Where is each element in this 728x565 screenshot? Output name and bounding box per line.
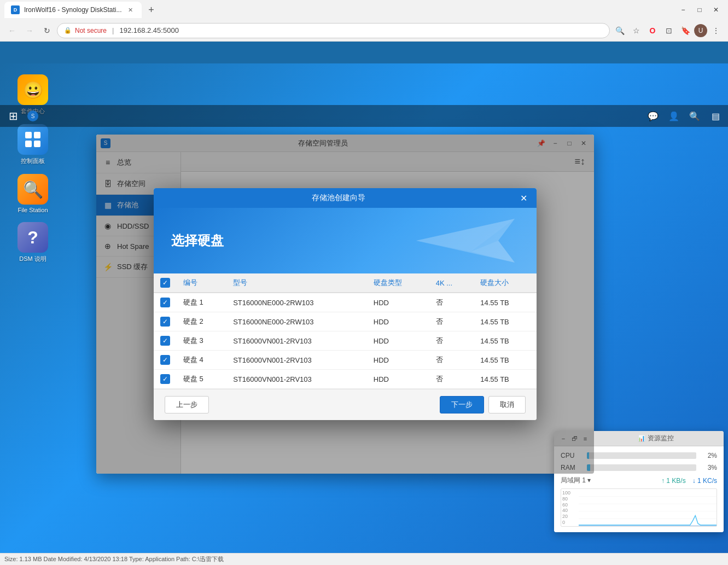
svg-rect-3	[34, 132, 40, 138]
ram-value: 3%	[701, 464, 717, 471]
disk-checkbox-3[interactable]: ✓	[160, 355, 170, 365]
dsm-taskbar: ⊞ S 💬 👤 🔍 ▤	[0, 105, 728, 127]
reload-button[interactable]: ↻	[39, 23, 55, 38]
disk-row-disk3: ✓ 硬盘 3 ST16000VN001-2RV103 HDD 否 14.55 T…	[154, 331, 537, 351]
upload-speed: ↑ 1 KB/s	[661, 477, 686, 485]
tab-search-icon[interactable]: ⊡	[661, 23, 677, 38]
disk-model-4: ST16000VN001-2RV103	[226, 370, 367, 389]
disk-size-4: 14.55 TB	[474, 370, 537, 389]
disk-type-4: HDD	[367, 370, 429, 389]
minimize-button[interactable]: −	[675, 2, 691, 18]
next-button[interactable]: 下一步	[440, 396, 484, 413]
tab-label: IronWolf16 - Synology DiskStati...	[24, 6, 122, 14]
col-header-number: 编号	[177, 273, 226, 293]
dsm-help-icon: ?	[18, 222, 48, 253]
disk-checkbox-cell-4: ✓	[154, 370, 177, 389]
back-button[interactable]: 上一步	[165, 396, 209, 413]
taskbar-app-grid[interactable]: ⊞	[4, 107, 22, 125]
network-row: 局域网 1 ▾ ↑ 1 KB/s ↓ 1 KC/s	[561, 476, 717, 485]
taskbar-app-blue[interactable]: S	[24, 107, 42, 125]
disk-checkbox-4[interactable]: ✓	[160, 374, 170, 384]
maximize-button[interactable]: □	[692, 2, 707, 18]
network-speeds: ↑ 1 KB/s ↓ 1 KC/s	[661, 477, 717, 485]
taskbar-right: 💬 👤 🔍 ▤	[645, 108, 724, 124]
disk-type-2: HDD	[367, 331, 429, 351]
opera-icon[interactable]: O	[645, 23, 660, 38]
security-icon: 🔒	[64, 27, 72, 34]
disk-4k-3: 否	[429, 351, 474, 370]
disk-type-3: HDD	[367, 351, 429, 370]
browser-toolbar: ← → ↻ 🔒 Not secure | 192.168.2.45:5000 🔍…	[0, 20, 728, 42]
dialog-footer: 上一步 下一步 取消	[154, 389, 537, 420]
disk-size-1: 14.55 TB	[474, 312, 537, 331]
address-bar[interactable]: 🔒 Not secure | 192.168.2.45:5000	[57, 23, 610, 38]
disk-row-disk2: ✓ 硬盘 2 ST16000NE000-2RW103 HDD 否 14.55 T…	[154, 312, 537, 331]
back-button[interactable]: ←	[4, 23, 20, 38]
desktop-icons: 😀 套件中心 控制面板 🔍 File Station ?	[11, 74, 55, 263]
dialog-close-button[interactable]: ✕	[517, 191, 530, 205]
file-station-icon: 🔍	[18, 174, 48, 205]
header-decoration	[416, 213, 526, 268]
svg-rect-4	[25, 141, 32, 147]
disk-checkbox-1[interactable]: ✓	[160, 317, 170, 327]
browser-titlebar: D IronWolf16 - Synology DiskStati... ✕ +…	[0, 0, 728, 20]
star-icon[interactable]: ☆	[628, 23, 644, 38]
package-center-icon: 😀	[18, 74, 48, 105]
disk-checkbox-cell-0: ✓	[154, 293, 177, 312]
svg-rect-2	[25, 132, 32, 138]
network-label: 局域网 1 ▾	[561, 476, 591, 485]
disk-model-0: ST16000NE000-2RW103	[226, 293, 367, 312]
user-avatar[interactable]: U	[694, 24, 707, 37]
toolbar-right: 🔍 ☆ O ⊡ 🔖 U ⋮	[612, 23, 724, 38]
disk-size-2: 14.55 TB	[474, 331, 537, 351]
resource-monitor-label: 资源监控	[648, 434, 674, 442]
bookmark-icon[interactable]: 🔖	[678, 23, 693, 38]
menu-button[interactable]: ⋮	[708, 23, 724, 38]
svg-rect-5	[34, 141, 40, 147]
desktop: ⊞ S 💬 👤 🔍 ▤ 😀 套件中心	[0, 63, 728, 565]
network-label-text[interactable]: 局域网 1 ▾	[561, 476, 591, 484]
disk-checkbox-2[interactable]: ✓	[160, 336, 170, 346]
desktop-icon-dsm-help[interactable]: ? DSM 说明	[11, 222, 55, 263]
disk-type-1: HDD	[367, 312, 429, 331]
search-icon[interactable]: 🔍	[612, 23, 627, 38]
dsm-help-label: DSM 说明	[19, 255, 46, 263]
taskbar-left: ⊞ S	[4, 107, 42, 125]
disk-model-1: ST16000NE000-2RW103	[226, 312, 367, 331]
forward-button[interactable]: →	[22, 23, 37, 38]
network-chart: 100 80 60 40 20 0	[561, 488, 717, 527]
col-header-size: 硬盘大小	[474, 273, 537, 293]
col-header-model: 型号	[226, 273, 367, 293]
new-tab-button[interactable]: +	[144, 2, 159, 18]
status-bar: Size: 1.13 MB Date Modified: 4/13/2020 1…	[0, 553, 728, 565]
disk-checkbox-cell-3: ✓	[154, 351, 177, 370]
browser-tab[interactable]: D IronWolf16 - Synology DiskStati... ✕	[4, 2, 142, 18]
disk-type-0: HDD	[367, 293, 429, 312]
desktop-icon-control-panel[interactable]: 控制面板	[11, 124, 55, 165]
chat-icon[interactable]: 💬	[645, 108, 661, 124]
disk-checkbox-0[interactable]: ✓	[160, 298, 170, 307]
disk-row-disk1: ✓ 硬盘 1 ST16000NE000-2RW103 HDD 否 14.55 T…	[154, 293, 537, 312]
disk-table: ✓ 编号 型号 硬盘类型 4K ... 硬盘大小 ✓ 硬盘	[154, 273, 537, 389]
close-button[interactable]: ✕	[708, 2, 724, 18]
dialog-overlay: 存储池创建向导 ✕ 选择硬盘	[96, 135, 594, 474]
col-header-type: 硬盘类型	[367, 273, 429, 293]
disk-model-2: ST16000VN001-2RV103	[226, 331, 367, 351]
disk-number-2: 硬盘 3	[177, 331, 226, 351]
svg-text:S: S	[31, 113, 35, 119]
chart-labels: 100 80 60 40 20 0	[561, 489, 578, 526]
select-all-checkbox[interactable]: ✓	[160, 278, 170, 288]
disk-size-0: 14.55 TB	[474, 293, 537, 312]
disk-number-4: 硬盘 5	[177, 370, 226, 389]
col-header-checkbox: ✓	[154, 273, 177, 293]
desktop-icon-file-station[interactable]: 🔍 File Station	[11, 174, 55, 213]
disk-checkbox-cell-2: ✓	[154, 331, 177, 351]
storage-pool-wizard-dialog: 存储池创建向导 ✕ 选择硬盘	[154, 188, 537, 420]
cancel-button[interactable]: 取消	[488, 396, 526, 413]
search-taskbar-icon[interactable]: 🔍	[686, 108, 703, 124]
disk-checkbox-cell-1: ✓	[154, 312, 177, 331]
disk-row-disk5: ✓ 硬盘 5 ST16000VN001-2RV103 HDD 否 14.55 T…	[154, 370, 537, 389]
user-icon[interactable]: 👤	[666, 108, 682, 124]
tab-close-button[interactable]: ✕	[126, 5, 135, 14]
options-icon[interactable]: ▤	[707, 108, 724, 124]
